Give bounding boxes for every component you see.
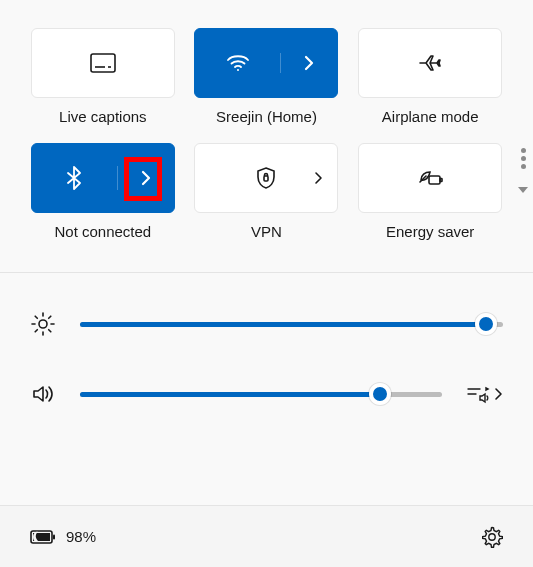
quick-settings-panel: Live captions	[0, 0, 533, 439]
settings-button[interactable]	[481, 526, 503, 548]
svg-line-12	[35, 316, 37, 318]
tile-wrap-vpn: VPN	[194, 143, 340, 240]
brightness-row	[30, 311, 503, 337]
vpn-label: VPN	[251, 223, 282, 240]
battery-status[interactable]: 98%	[30, 528, 96, 545]
svg-rect-4	[264, 176, 268, 181]
live-captions-label: Live captions	[59, 108, 147, 125]
svg-line-15	[49, 316, 51, 318]
vpn-tile[interactable]	[194, 143, 338, 213]
svg-rect-0	[91, 54, 115, 72]
tile-wrap-energy: Energy saver	[357, 143, 503, 240]
leaf-battery-icon	[417, 168, 443, 188]
edge-indicator	[517, 148, 529, 198]
airplane-label: Airplane mode	[382, 108, 479, 125]
svg-line-14	[35, 330, 37, 332]
live-captions-tile[interactable]	[31, 28, 175, 98]
airplane-tile[interactable]	[358, 28, 502, 98]
svg-marker-19	[518, 187, 528, 193]
chevron-right-icon[interactable]	[314, 171, 323, 185]
wifi-icon	[226, 53, 250, 73]
svg-point-7	[39, 320, 47, 328]
energy-saver-tile[interactable]	[358, 143, 502, 213]
chevron-right-icon	[140, 169, 152, 187]
wifi-label: Sreejin (Home)	[216, 108, 317, 125]
sliders-section	[30, 273, 503, 439]
tiles-grid: Live captions	[30, 28, 503, 240]
bluetooth-tile-toggle[interactable]	[32, 166, 118, 190]
shield-lock-icon	[255, 166, 277, 190]
brightness-thumb[interactable]	[475, 313, 497, 335]
captions-icon	[90, 53, 116, 73]
battery-icon	[30, 529, 56, 545]
brightness-icon	[30, 311, 56, 337]
bluetooth-expand-button[interactable]	[118, 169, 174, 187]
chevron-down-icon[interactable]	[517, 180, 529, 198]
wifi-tile-toggle[interactable]	[195, 53, 281, 73]
svg-line-13	[49, 330, 51, 332]
svg-point-23	[489, 533, 495, 539]
volume-fill	[80, 392, 380, 397]
wifi-tile[interactable]	[194, 28, 338, 98]
chevron-right-icon	[303, 54, 315, 72]
tile-wrap-airplane: Airplane mode	[357, 28, 503, 125]
volume-thumb[interactable]	[369, 383, 391, 405]
audio-output-icon[interactable]	[466, 384, 490, 404]
wifi-expand-button[interactable]	[281, 54, 337, 72]
speaker-icon	[31, 383, 55, 405]
bluetooth-label: Not connected	[54, 223, 151, 240]
volume-slider[interactable]	[80, 392, 442, 397]
svg-rect-22	[53, 534, 55, 539]
energy-label: Energy saver	[386, 223, 474, 240]
tile-wrap-live-captions: Live captions	[30, 28, 176, 125]
battery-percent: 98%	[66, 528, 96, 545]
airplane-icon	[418, 52, 442, 74]
svg-rect-5	[429, 176, 440, 184]
brightness-slider[interactable]	[80, 322, 503, 327]
tile-wrap-wifi: Sreejin (Home)	[194, 28, 340, 125]
brightness-fill	[80, 322, 486, 327]
svg-point-3	[237, 69, 239, 71]
tile-wrap-bluetooth: Not connected	[30, 143, 176, 240]
bluetooth-tile[interactable]	[31, 143, 175, 213]
volume-row	[30, 383, 503, 405]
svg-rect-6	[440, 179, 442, 182]
svg-marker-18	[486, 388, 488, 390]
bluetooth-icon	[66, 166, 82, 190]
volume-extras	[466, 384, 503, 404]
chevron-right-icon[interactable]	[494, 387, 503, 401]
bottom-bar: 98%	[0, 505, 533, 567]
